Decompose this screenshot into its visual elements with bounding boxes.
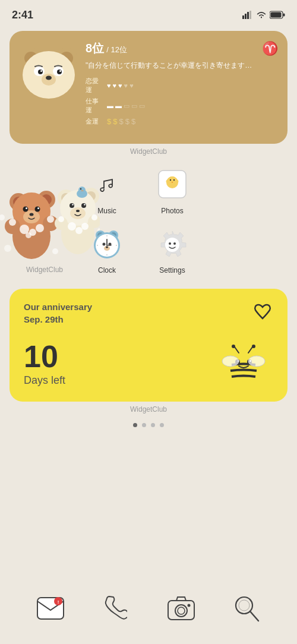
dock-camera[interactable] — [166, 594, 196, 623]
love-stat: 恋愛運 ♥ ♥ ♥ ♥ ♥ — [86, 77, 278, 94]
heart-check-icon — [252, 301, 273, 322]
app-photos[interactable]: Photos — [143, 165, 202, 215]
dot-1 — [133, 423, 137, 427]
signal-icon — [242, 11, 253, 19]
dock-mail[interactable]: ! — [36, 594, 65, 623]
settings-label: Settings — [159, 266, 185, 274]
svg-point-44 — [26, 232, 31, 238]
svg-point-69 — [0, 214, 5, 220]
clock-icon — [88, 225, 126, 263]
svg-point-20 — [46, 76, 52, 80]
horoscope-rank-row: 8位 / 12位 ♈ — [86, 40, 278, 56]
work-label: 仕事運 — [86, 97, 103, 115]
svg-rect-7 — [283, 14, 285, 17]
svg-point-36 — [26, 207, 27, 209]
svg-point-4 — [261, 17, 262, 18]
dock: ! — [0, 585, 297, 632]
svg-rect-6 — [271, 12, 282, 18]
svg-point-43 — [36, 224, 44, 232]
dot-4 — [160, 423, 164, 427]
coin-4: $ — [125, 117, 129, 126]
horoscope-stats: 恋愛運 ♥ ♥ ♥ ♥ ♥ 仕事運 ▬ ▬ ▭ ▭ ▭ — [86, 77, 278, 126]
anniversary-date: Sep. 29th — [24, 313, 92, 326]
svg-point-18 — [59, 70, 61, 72]
brief-1: ▬ — [107, 102, 113, 110]
svg-rect-0 — [242, 15, 244, 19]
horoscope-quote: "自分を信じて行動することが幸運を引き寄せます… — [86, 60, 278, 71]
svg-point-33 — [23, 210, 40, 223]
battery-icon — [270, 11, 285, 19]
svg-point-46 — [47, 216, 54, 223]
svg-point-108 — [175, 605, 187, 617]
svg-rect-3 — [249, 11, 251, 19]
anniversary-widget[interactable]: Our anniversary Sep. 29th 10 Days left — [10, 289, 287, 402]
svg-line-93 — [235, 347, 239, 353]
heart-4: ♥ — [124, 82, 128, 89]
widget1-label: WidgetClub — [0, 147, 297, 156]
svg-point-68 — [91, 214, 97, 220]
aries-symbol: ♈ — [262, 41, 278, 56]
horoscope-info: 8位 / 12位 ♈ "自分を信じて行動することが幸運を引き寄せます… 恋愛運 … — [86, 40, 278, 134]
svg-point-55 — [81, 203, 86, 208]
rank-total: / 12位 — [106, 45, 127, 54]
svg-line-94 — [248, 347, 252, 353]
money-stat: 金運 $ $ $ $ $ — [86, 117, 278, 126]
brief-3: ▭ — [124, 102, 129, 110]
rank-text: 8位 / 12位 — [86, 40, 127, 56]
svg-point-34 — [23, 207, 28, 212]
svg-point-90 — [165, 238, 179, 252]
settings-icon — [153, 225, 191, 263]
svg-point-35 — [34, 207, 40, 212]
photos-icon — [153, 165, 191, 203]
svg-point-91 — [169, 242, 171, 245]
app-clock[interactable]: Clock — [77, 225, 137, 274]
dock-search[interactable] — [232, 594, 261, 623]
svg-point-87 — [106, 254, 108, 255]
svg-point-25 — [170, 179, 171, 181]
clock-label: Clock — [98, 266, 116, 274]
svg-point-92 — [173, 242, 176, 245]
rilakkuma-widget[interactable]: WidgetClub — [12, 165, 77, 274]
brief-4: ▭ — [131, 102, 137, 110]
svg-rect-2 — [247, 12, 249, 19]
bee-illustration — [214, 342, 273, 387]
svg-point-96 — [252, 345, 255, 348]
love-icons: ♥ ♥ ♥ ♥ ♥ — [107, 82, 134, 89]
svg-point-24 — [168, 176, 177, 186]
svg-point-109 — [178, 607, 185, 614]
svg-text:!: ! — [58, 599, 59, 605]
work-stat: 仕事運 ▬ ▬ ▭ ▭ ▭ — [86, 97, 278, 115]
svg-point-64 — [68, 222, 76, 231]
svg-point-45 — [9, 219, 16, 226]
coin-1: $ — [107, 117, 111, 126]
anniversary-days-number: 10 — [24, 341, 65, 372]
svg-point-38 — [29, 213, 33, 216]
bear-face-illustration — [19, 40, 78, 100]
photos-label: Photos — [161, 207, 183, 215]
svg-point-61 — [80, 188, 81, 190]
svg-point-16 — [57, 70, 62, 74]
svg-point-86 — [106, 235, 108, 236]
svg-line-112 — [250, 611, 258, 621]
heart-1: ♥ — [107, 82, 111, 89]
dock-phone[interactable] — [101, 594, 131, 623]
svg-point-103 — [248, 356, 265, 367]
music-label: Music — [97, 207, 116, 215]
svg-point-72 — [52, 248, 58, 254]
rank-number: 8位 — [86, 42, 104, 55]
dot-3 — [151, 423, 155, 427]
heart-2: ♥ — [113, 82, 117, 89]
status-time: 2:41 — [12, 9, 33, 21]
horoscope-widget[interactable]: 8位 / 12位 ♈ "自分を信じて行動することが幸運を引き寄せます… 恋愛運 … — [10, 31, 287, 144]
app-settings[interactable]: Settings — [143, 225, 202, 274]
heart-3: ♥ — [118, 82, 122, 89]
svg-point-71 — [4, 245, 11, 252]
svg-point-95 — [232, 345, 235, 348]
coin-5: $ — [131, 117, 135, 126]
brief-2: ▬ — [115, 102, 122, 110]
svg-point-89 — [116, 245, 117, 246]
svg-point-83 — [106, 247, 108, 248]
svg-point-110 — [188, 604, 191, 607]
svg-point-15 — [38, 70, 43, 74]
svg-point-26 — [173, 179, 175, 181]
